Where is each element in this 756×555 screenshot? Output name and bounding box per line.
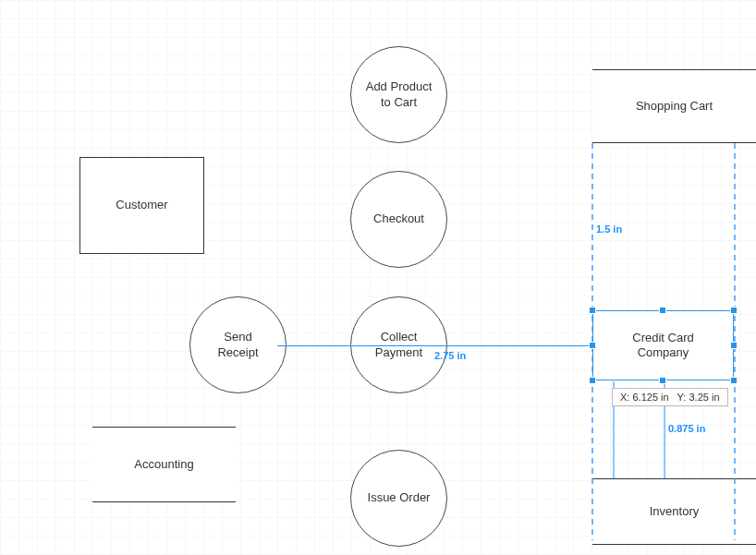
selection-handle[interactable] <box>659 377 666 384</box>
selection-handle[interactable] <box>730 342 738 349</box>
diagram-canvas[interactable]: Customer Add Product to Cart Checkout Se… <box>0 0 756 555</box>
node-inventory[interactable]: Inventory <box>592 478 756 545</box>
node-send-receipt[interactable]: Send Receipt <box>189 296 287 393</box>
selection-handle[interactable] <box>589 342 596 349</box>
coord-x-value: 6.125 in <box>632 392 668 403</box>
selection-handle[interactable] <box>659 307 666 314</box>
coord-x-label: X: <box>620 392 629 403</box>
node-add-product[interactable]: Add Product to Cart <box>350 46 447 143</box>
selection-handle[interactable] <box>589 307 596 314</box>
node-accounting[interactable]: Accounting <box>92 427 236 502</box>
coord-tooltip: X: 6.125 in Y: 3.25 in <box>612 388 728 406</box>
coord-y-value: 3.25 in <box>689 392 719 403</box>
node-customer[interactable]: Customer <box>79 157 204 254</box>
node-credit-card-company[interactable]: Credit Card Company <box>592 310 734 380</box>
coord-y-label: Y: <box>677 392 687 403</box>
dim-collect-to-cc: 2.75 in <box>434 350 466 361</box>
node-shopping-cart[interactable]: Shopping Cart <box>592 69 756 143</box>
dim-cc-to-inventory: 0.875 in <box>668 423 705 434</box>
node-label: Issue Order <box>368 490 431 505</box>
selection-handle[interactable] <box>730 307 738 314</box>
selection-handle[interactable] <box>730 377 738 384</box>
node-checkout[interactable]: Checkout <box>350 171 447 268</box>
selection-handle[interactable] <box>589 377 596 384</box>
connector-collect-to-cc <box>277 345 591 346</box>
node-label: Inventory <box>650 504 699 519</box>
node-issue-order[interactable]: Issue Order <box>350 450 447 547</box>
dim-cart-to-cc: 1.5 in <box>596 223 622 235</box>
node-label: Customer <box>116 198 167 212</box>
node-label: Credit Card Company <box>632 331 693 361</box>
node-label: Send Receipt <box>217 330 258 360</box>
node-label: Checkout <box>373 211 424 226</box>
node-label: Shopping Cart <box>636 99 713 114</box>
node-label: Add Product to Cart <box>366 79 433 110</box>
node-label: Accounting <box>134 457 193 472</box>
